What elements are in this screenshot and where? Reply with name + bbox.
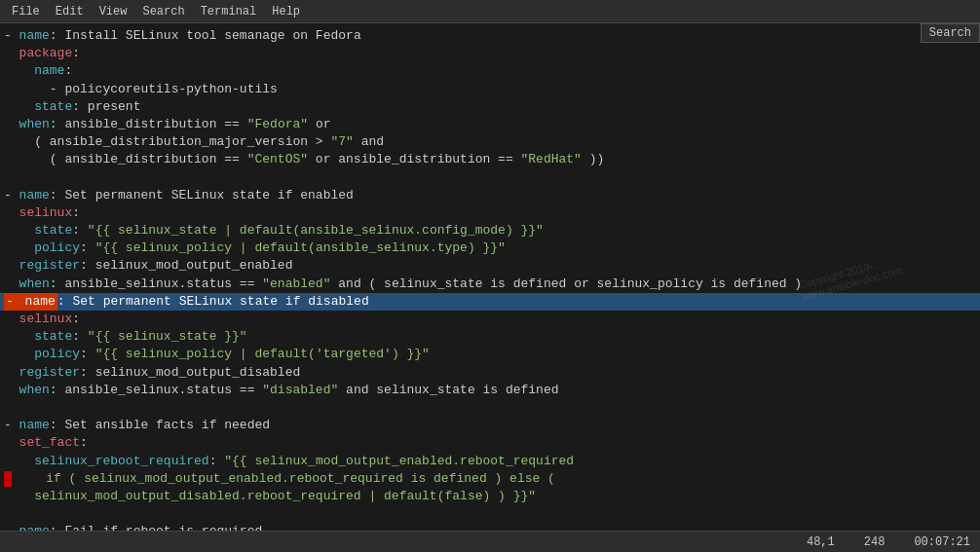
menu-edit[interactable]: Edit <box>48 3 92 20</box>
editor-line: selinux: <box>0 204 980 222</box>
cursor-position: 48,1 <box>807 535 835 549</box>
editor-line: name: <box>0 62 980 80</box>
editor-line: register: selinux_mod_output_enabled <box>0 257 980 275</box>
editor-line <box>0 505 980 523</box>
editor-line: state: present <box>0 98 980 116</box>
search-label: Search <box>929 26 971 40</box>
menu-help[interactable]: Help <box>264 3 308 20</box>
editor-line: when: ansible_selinux.status == "enabled… <box>0 276 980 293</box>
menu-view[interactable]: View <box>92 3 135 20</box>
editor-line <box>0 169 980 187</box>
editor-line: - policycoreutils-python-utils <box>0 81 980 98</box>
editor-line: set_fact: <box>0 434 980 452</box>
search-bar: Search <box>921 23 980 43</box>
editor-area[interactable]: Copyright 2019-...www.ansible-doc.com Se… <box>0 23 980 531</box>
editor-line: package: <box>0 45 980 62</box>
status-bar: 48,1 248 00:07:21 <box>0 531 980 552</box>
editor-line: ( ansible_distribution == "CentOS" or an… <box>0 151 980 168</box>
menu-file[interactable]: File <box>4 3 48 20</box>
editor-line: state: "{{ selinux_state | default(ansib… <box>0 222 980 239</box>
editor-line <box>0 399 980 417</box>
menu-bar: File Edit View Search Terminal Help <box>0 0 980 23</box>
editor-line: - name: Set permanent SELinux state if e… <box>0 187 980 204</box>
editor-line: state: "{{ selinux_state }}" <box>0 328 980 346</box>
editor-line: - name: Fail if reboot is required <box>0 523 980 531</box>
editor-line: selinux_mod_output_disabled.reboot_requi… <box>0 488 980 505</box>
editor-line: policy: "{{ selinux_policy | default(ans… <box>0 239 980 257</box>
editor-line: - name: Set ansible facts if needed <box>0 417 980 434</box>
editor-line: when: ansible_distribution == "Fedora" o… <box>0 116 980 133</box>
editor-line: selinux_reboot_required: "{{ selinux_mod… <box>0 453 980 470</box>
editor-line: policy: "{{ selinux_policy | default('ta… <box>0 346 980 363</box>
editor-line: ( ansible_distribution_major_version > "… <box>0 133 980 151</box>
editor-line: register: selinux_mod_output_disabled <box>0 364 980 382</box>
editor-line: - name: Install SELinux tool semanage on… <box>0 27 980 45</box>
clock: 00:07:21 <box>914 535 970 549</box>
editor-line-marker: if ( selinux_mod_output_enabled.reboot_r… <box>0 470 980 488</box>
menu-search[interactable]: Search <box>134 3 192 20</box>
editor-line-selected: - name: Set permanent SELinux state if d… <box>0 293 980 311</box>
editor-line: when: ansible_selinux.status == "disable… <box>0 382 980 399</box>
editor-line: selinux: <box>0 311 980 328</box>
line-count: 248 <box>864 535 886 549</box>
menu-terminal[interactable]: Terminal <box>193 3 265 20</box>
